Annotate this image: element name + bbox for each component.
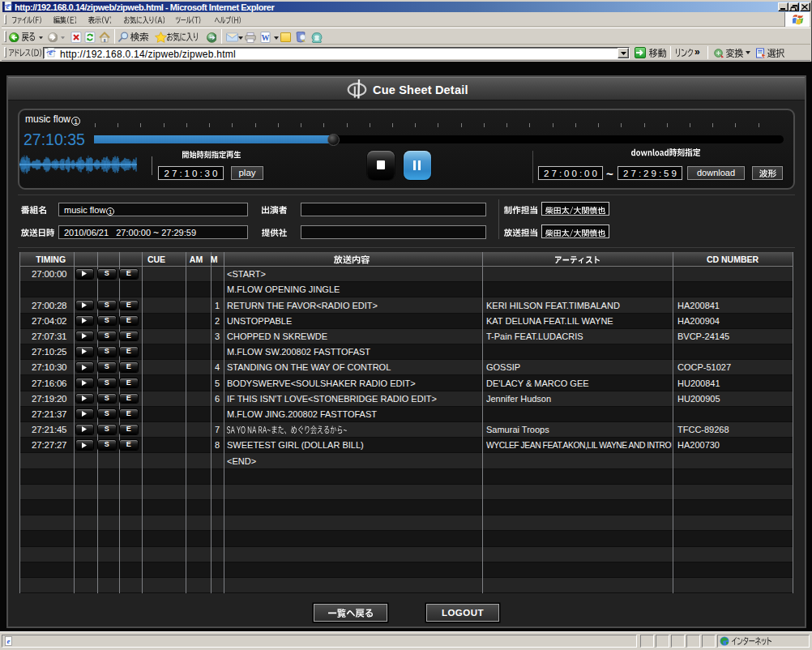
svg-text:W: W — [262, 33, 270, 42]
svg-text:e: e — [7, 637, 11, 645]
